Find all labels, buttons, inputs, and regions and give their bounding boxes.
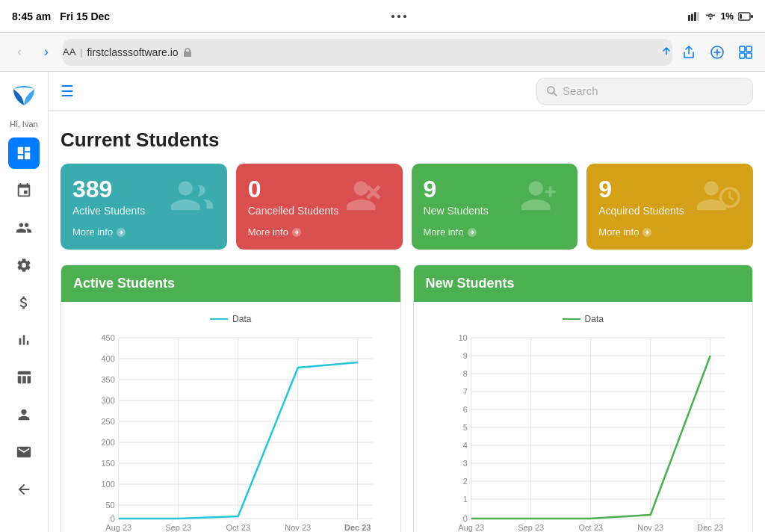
cancelled-more-info[interactable]: More info (248, 226, 391, 238)
svg-text:3: 3 (462, 459, 467, 468)
search-box[interactable]: Search (536, 78, 753, 105)
add-tab-button[interactable] (707, 42, 728, 63)
forward-button[interactable]: › (36, 42, 57, 63)
share-button[interactable] (678, 42, 699, 63)
new-chart-body: Data (414, 302, 753, 532)
charts-section: Active Students Data (61, 265, 753, 532)
svg-text:Sep 23: Sep 23 (518, 523, 544, 532)
aa-label: AA (63, 46, 75, 58)
active-more-info[interactable]: More info (72, 226, 215, 238)
svg-rect-11 (740, 53, 745, 58)
back-button[interactable]: ‹ (9, 42, 30, 63)
active-chart-svg: 450 400 350 300 250 200 150 100 50 0 (73, 330, 388, 532)
svg-text:Dec 23: Dec 23 (344, 523, 371, 532)
url-bar[interactable]: AA | firstclasssoftware.io (63, 39, 672, 66)
active-legend-label: Data (232, 314, 251, 324)
svg-text:50: 50 (106, 501, 115, 510)
svg-rect-10 (746, 46, 752, 52)
page-title: Current Students (61, 123, 753, 152)
svg-text:1: 1 (462, 495, 467, 504)
svg-text:9: 9 (462, 351, 467, 360)
status-dots (391, 15, 406, 18)
active-chart-title: Active Students (73, 276, 175, 291)
svg-text:0: 0 (462, 514, 467, 523)
acquired-icon (692, 173, 744, 228)
active-icon (166, 173, 218, 228)
svg-text:4: 4 (462, 441, 467, 450)
sidebar-greeting: Hi, Ivan (10, 120, 37, 129)
stat-card-new: 9 New Students More info (412, 164, 578, 250)
svg-text:Aug 23: Aug 23 (458, 523, 484, 532)
new-chart-legend: Data (426, 314, 741, 324)
sidebar-item-mail[interactable] (8, 436, 40, 468)
status-time: 8:45 am (12, 10, 51, 22)
svg-text:0: 0 (111, 514, 115, 523)
svg-text:Dec 23: Dec 23 (697, 523, 723, 532)
svg-text:Nov 23: Nov 23 (285, 523, 311, 532)
acquired-more-info[interactable]: More info (598, 226, 741, 238)
tabs-button[interactable] (735, 42, 756, 63)
active-chart-legend: Data (73, 314, 388, 324)
sidebar-item-person[interactable] (8, 399, 40, 430)
svg-text:Sep 23: Sep 23 (165, 523, 191, 532)
svg-text:350: 350 (101, 375, 114, 384)
svg-text:300: 300 (101, 396, 114, 405)
sidebar: Hi, Ivan (0, 72, 49, 532)
svg-rect-0 (688, 15, 690, 21)
sidebar-item-table[interactable] (8, 362, 40, 393)
svg-rect-2 (694, 12, 696, 21)
new-chart-area: 10 9 8 7 6 5 4 3 2 1 0 (426, 330, 741, 532)
svg-text:Oct 23: Oct 23 (226, 523, 250, 532)
svg-text:10: 10 (458, 333, 467, 342)
status-day: Fri 15 Dec (60, 10, 110, 22)
svg-rect-7 (751, 15, 753, 18)
stat-cards: 389 Active Students More info 0 Cancelle… (61, 164, 753, 250)
sidebar-item-dashboard[interactable] (8, 137, 40, 169)
active-chart-body: Data (61, 302, 400, 532)
stat-card-acquired: 9 Acquired Students More info (586, 164, 753, 250)
app-logo (8, 79, 40, 111)
svg-text:Aug 23: Aug 23 (105, 523, 131, 532)
sidebar-item-back[interactable] (8, 474, 40, 505)
svg-rect-6 (740, 14, 742, 19)
svg-text:Nov 23: Nov 23 (637, 523, 663, 532)
sidebar-item-settings[interactable] (8, 250, 40, 281)
new-chart-header: New Students (414, 265, 753, 302)
search-placeholder: Search (563, 84, 598, 97)
active-chart-area: 450 400 350 300 250 200 150 100 50 0 (73, 330, 388, 532)
status-bar: 8:45 am Fri 15 Dec 1% (0, 0, 765, 33)
svg-rect-1 (691, 13, 693, 21)
browser-actions (678, 42, 756, 63)
app-header: ☰ Search (49, 72, 765, 111)
svg-point-4 (709, 17, 711, 19)
main-content: Current Students 389 Active Students Mor… (49, 72, 765, 532)
svg-text:150: 150 (101, 459, 114, 468)
active-students-chart: Active Students Data (61, 265, 401, 532)
sidebar-item-group[interactable] (8, 212, 40, 244)
stat-card-active: 389 Active Students More info (61, 164, 227, 250)
page-body: Current Students 389 Active Students Mor… (61, 123, 753, 532)
svg-text:200: 200 (101, 438, 114, 447)
sidebar-item-dollar[interactable] (8, 287, 40, 318)
cancelled-icon (341, 173, 394, 228)
new-more-info[interactable]: More info (424, 226, 566, 238)
svg-text:400: 400 (101, 354, 114, 363)
svg-text:Oct 23: Oct 23 (578, 523, 602, 532)
sidebar-item-calendar[interactable] (8, 175, 40, 206)
hamburger-icon[interactable]: ☰ (61, 82, 74, 100)
new-chart-title: New Students (426, 276, 515, 291)
new-icon (516, 173, 569, 228)
sidebar-item-chart[interactable] (8, 324, 40, 356)
stat-card-cancelled: 0 Cancelled Students More info (236, 164, 403, 250)
svg-text:2: 2 (462, 477, 467, 486)
new-chart-svg: 10 9 8 7 6 5 4 3 2 1 0 (426, 330, 741, 532)
browser-bar: ‹ › AA | firstclasssoftware.io (0, 33, 765, 72)
svg-text:250: 250 (101, 417, 114, 426)
svg-rect-9 (740, 46, 745, 52)
svg-text:7: 7 (462, 387, 467, 396)
svg-rect-3 (697, 12, 699, 21)
svg-text:6: 6 (462, 405, 467, 414)
svg-text:450: 450 (101, 333, 114, 342)
new-students-chart: New Students Data (413, 265, 754, 532)
active-chart-header: Active Students (61, 265, 400, 302)
